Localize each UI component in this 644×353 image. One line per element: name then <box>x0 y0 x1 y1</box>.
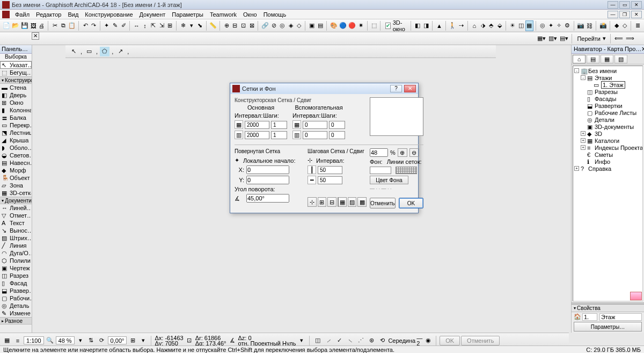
aux-interval-h-input[interactable] <box>303 121 327 129</box>
tree-Детали[interactable]: ◎Детали <box>574 116 641 123</box>
cam-icon[interactable]: 📷 <box>576 20 585 31</box>
trace2-icon[interactable]: ▤ <box>317 20 325 31</box>
tool-fill[interactable]: ▨Штрих… <box>0 234 32 242</box>
ren3-icon[interactable]: ✧ <box>555 20 563 31</box>
menu-вид[interactable]: Вид <box>64 10 82 19</box>
guide1-icon[interactable]: ↔ <box>133 20 141 31</box>
tool-roof[interactable]: ◢Крыша <box>0 136 32 144</box>
bb-pct[interactable]: 48 % <box>56 336 75 344</box>
tool-level[interactable]: ▽Отмет… <box>0 212 32 219</box>
menu-помощь[interactable]: Помощь <box>260 10 290 19</box>
save-icon[interactable]: 💾 <box>20 20 29 31</box>
bb-layer-icon[interactable]: ≡ <box>13 336 23 345</box>
render2-icon[interactable]: 🔵 <box>339 20 347 31</box>
tree-Развертки[interactable]: ⬓Развертки <box>574 102 641 109</box>
hotlink-icon[interactable]: ⛓ <box>586 20 594 31</box>
tool-marquee[interactable]: ⬚Бегущ… <box>0 69 32 76</box>
bb-s3-icon[interactable]: ✓ <box>334 336 344 345</box>
expand-icon[interactable]: + <box>574 166 579 171</box>
opt3-icon[interactable]: ▤▾ <box>559 33 569 44</box>
navigator-new-button[interactable] <box>630 292 642 300</box>
tool-beam[interactable]: 〓Балка <box>0 114 32 121</box>
persp-icon[interactable]: ▲ <box>435 20 443 31</box>
dialog-titlebar[interactable]: Сетки и Фон ? ✕ <box>230 83 418 94</box>
properties-header[interactable]: Свойства <box>572 305 644 312</box>
opt1-icon[interactable]: ▦▾ <box>536 33 547 44</box>
tree-Этажи[interactable]: -▤Этажи <box>574 74 641 81</box>
bb-z-icon[interactable]: ▾ <box>297 336 306 345</box>
aux-step-v-input[interactable] <box>329 131 345 139</box>
guide3-icon[interactable]: ⇱ <box>149 20 157 31</box>
ib-rect-icon[interactable]: ▭ <box>84 47 94 56</box>
expand-icon[interactable]: + <box>581 131 586 136</box>
grid-rot-icon[interactable]: ⊟ <box>327 197 336 207</box>
tree-Справка[interactable]: +?Справка <box>574 165 641 172</box>
parameters-button[interactable]: Параметры… <box>574 322 642 332</box>
ren4-icon[interactable]: ⚙ <box>564 20 572 31</box>
paste-icon[interactable]: 📋 <box>68 20 76 31</box>
grid-off-icon[interactable]: ⊹ <box>308 197 317 207</box>
tool-arc[interactable]: ◠Дуга/О… <box>0 249 32 257</box>
bb-ok-button[interactable]: OK <box>440 336 460 345</box>
dialog-help-button[interactable]: ? <box>390 85 402 92</box>
dialog-ok-button[interactable]: OK <box>399 198 423 208</box>
render1-icon[interactable]: 🎨 <box>330 20 338 31</box>
ren2-icon[interactable]: ✦ <box>547 20 555 31</box>
grid-3d2-icon[interactable]: ▨ <box>348 197 357 207</box>
menu-редактор[interactable]: Редактор <box>33 10 64 19</box>
bb-zoom-icon[interactable]: 🔍 <box>45 336 55 345</box>
nav1-icon[interactable]: ⌂ <box>471 20 479 31</box>
floor-icon[interactable]: ⬚ <box>370 20 378 31</box>
guide4-icon[interactable]: ⇲ <box>158 20 166 31</box>
nav-tab-view-icon[interactable]: ▤ <box>587 55 599 63</box>
mdi-restore-button[interactable]: ❐ <box>619 11 630 18</box>
nav-tab-layout-icon[interactable]: ▦ <box>601 55 613 63</box>
bim1-icon[interactable]: ◆ <box>612 20 620 31</box>
tool-label[interactable]: ↘Вынос… <box>0 227 32 234</box>
tree-Каталоги[interactable]: +▦Каталоги <box>574 137 641 144</box>
menu-документ[interactable]: Документ <box>136 10 169 19</box>
tree-Рабочие Листы[interactable]: ▢Рабочие Листы <box>574 109 641 116</box>
link4-icon[interactable]: ◈ <box>287 20 295 31</box>
main-interval-v-input[interactable] <box>245 131 269 139</box>
tree-Фасады[interactable]: ▯Фасады <box>574 95 641 102</box>
tool-detail[interactable]: ◎Деталь <box>0 302 32 309</box>
cut-plane-icon[interactable]: ◫ <box>517 20 525 31</box>
expand-icon[interactable]: - <box>581 75 586 80</box>
tool-mesh[interactable]: ▦3D-сетка <box>0 189 32 197</box>
tree-Без имени[interactable]: -🏢Без имени <box>574 67 641 74</box>
mdi-minimize-button[interactable]: — <box>608 11 618 18</box>
undo-icon[interactable]: ↶ <box>82 20 90 31</box>
print-icon[interactable]: 🖨 <box>38 20 46 31</box>
grp3-icon[interactable]: ⊡ <box>239 20 247 31</box>
walk2-icon[interactable]: ⇢ <box>457 20 465 31</box>
tool-dim[interactable]: ↔Линей… <box>0 204 32 212</box>
menu-параметры[interactable]: Параметры <box>169 10 207 19</box>
bb-dd1-icon[interactable]: ▾ <box>76 336 85 345</box>
tool-poly[interactable]: ⬡Полили… <box>0 257 32 264</box>
navigator-tree[interactable]: -🏢Без имени-▤Этажи▭1. Этаж◫Разрезы▯Фасад… <box>573 66 643 301</box>
bim2-icon[interactable]: ◇ <box>621 20 629 31</box>
sel2-icon[interactable]: ▾ <box>187 20 195 31</box>
snap-v-input[interactable] <box>318 176 342 184</box>
toolbox-group-Конструирс[interactable]: Конструирс <box>0 76 32 84</box>
layers-icon[interactable]: ≣ <box>634 20 642 31</box>
tool-ie[interactable]: ⬓Развер… <box>0 287 32 294</box>
render4-icon[interactable]: ✷ <box>357 20 365 31</box>
tool-line[interactable]: ╱Линия <box>0 242 32 249</box>
view-close-button[interactable]: ✕ <box>32 32 39 40</box>
link3-icon[interactable]: ◎ <box>279 20 287 31</box>
bb-flip-icon[interactable]: ⇅ <box>86 336 96 345</box>
bb-s8-icon[interactable]: ◉ <box>423 336 433 345</box>
rot-y-input[interactable] <box>246 176 289 184</box>
syringe-icon[interactable]: ✐ <box>120 20 128 31</box>
main-step-v-input[interactable] <box>271 131 287 139</box>
tool-curtain[interactable]: ▤Навесн… <box>0 159 32 167</box>
navigator-header[interactable]: Навигатор - Карта Про…✕ <box>572 45 644 54</box>
cut-icon[interactable]: ✂ <box>51 20 59 31</box>
sel1-icon[interactable]: ❄ <box>179 20 187 31</box>
bb-s5-icon[interactable]: ⋰ <box>356 336 365 345</box>
bg-color-swatch[interactable] <box>370 167 391 174</box>
bb-xy-icon[interactable]: ⊡ <box>185 336 194 345</box>
ib-poly-icon[interactable]: ⬠ <box>100 47 109 56</box>
